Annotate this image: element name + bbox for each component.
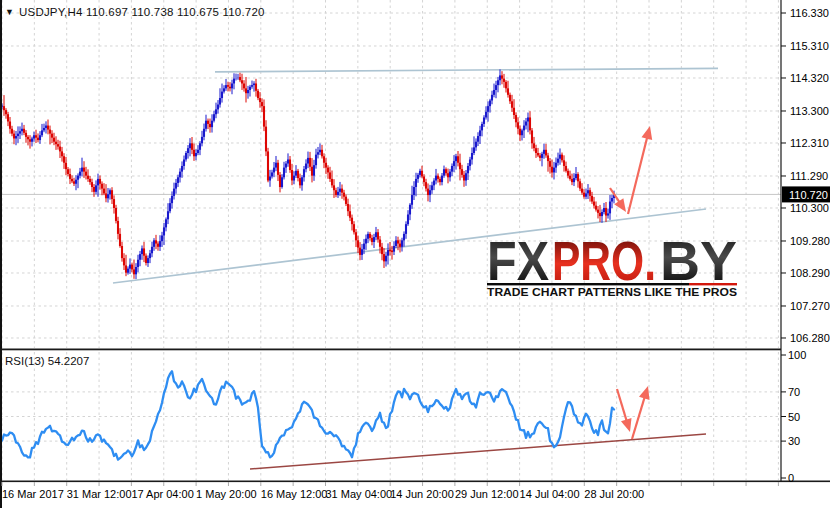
watermark-logo: FX PRO. BY TRADE CHART PATTERNS LIKE THE… — [487, 229, 737, 298]
current-price-label: 110.720 — [789, 189, 828, 201]
x-axis-label: 29 Jun 12:00 — [455, 488, 519, 500]
y-axis-label: 112.310 — [790, 137, 829, 149]
chart-window: FX PRO. BY TRADE CHART PATTERNS LIKE THE… — [0, 0, 830, 508]
logo-fx-text: FX — [487, 229, 549, 292]
panel-divider — [0, 349, 781, 351]
logo-by-text: BY — [660, 229, 737, 292]
x-axis-label: 16 Mar 2017 — [2, 488, 64, 500]
x-axis-label: 28 Jul 20:00 — [584, 488, 644, 500]
y-axis-label: 113.300 — [790, 105, 829, 117]
left-border — [0, 0, 2, 508]
x-axis-label: 14 Jun 20:00 — [390, 488, 454, 500]
y-axis-label: 109.280 — [790, 235, 830, 247]
y-axis-label: 111.290 — [790, 170, 828, 182]
rsi-axis-label: 70 — [788, 386, 800, 398]
rsi-axis-label: 100 — [788, 349, 806, 361]
y-axis-label: 110.300 — [790, 202, 829, 214]
y-axis-label: 116.330 — [790, 7, 829, 19]
logo-tagline: TRADE CHART PATTERNS LIKE THE PROS — [487, 286, 737, 298]
rsi-axis[interactable]: 1007050300 — [781, 349, 806, 484]
logo-pro-text: PRO. — [552, 229, 656, 292]
price-axis[interactable]: 116.330115.310114.320113.300112.310111.2… — [781, 7, 830, 344]
y-axis-label: 114.320 — [790, 72, 829, 84]
y-axis-label: 108.290 — [790, 267, 830, 279]
y-axis-label: 106.280 — [790, 332, 830, 344]
rsi-axis-label: 0 — [788, 472, 794, 484]
rsi-axis-label: 30 — [788, 435, 800, 447]
symbol-dropdown-icon[interactable]: ▼ — [5, 7, 14, 17]
x-axis-label: 17 Apr 04:00 — [131, 488, 193, 500]
x-axis-label: 14 Jul 04:00 — [520, 488, 580, 500]
x-axis-label: 31 Mar 12:00 — [67, 488, 132, 500]
rsi-axis-label: 50 — [788, 411, 800, 423]
rsi-indicator-label: RSI(13) 54.2207 — [5, 355, 89, 367]
bottom-axis-border — [0, 481, 830, 483]
y-axis-label: 107.270 — [790, 300, 830, 312]
y-axis-label: 115.310 — [790, 40, 829, 52]
chart-canvas[interactable]: FX PRO. BY TRADE CHART PATTERNS LIKE THE… — [0, 0, 830, 508]
chart-title-ohlc: USDJPY,H4 110.697 110.738 110.675 110.72… — [19, 6, 265, 18]
time-axis[interactable]: 16 Mar 201731 Mar 12:0017 Apr 04:001 May… — [2, 482, 778, 500]
x-axis-label: 16 May 12:00 — [261, 488, 328, 500]
rsi-series — [2, 371, 614, 459]
x-axis-label: 1 May 20:00 — [196, 488, 257, 500]
x-axis-label: 31 May 04:00 — [326, 488, 393, 500]
